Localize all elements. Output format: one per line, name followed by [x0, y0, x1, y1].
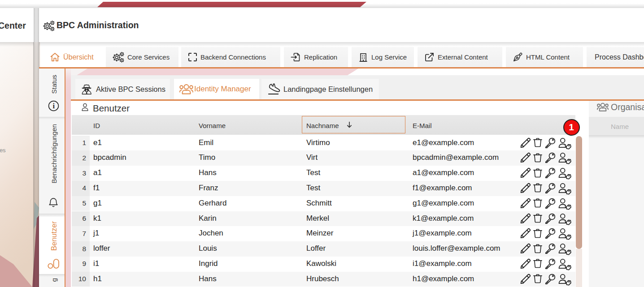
- svg-text:i: i: [52, 102, 55, 110]
